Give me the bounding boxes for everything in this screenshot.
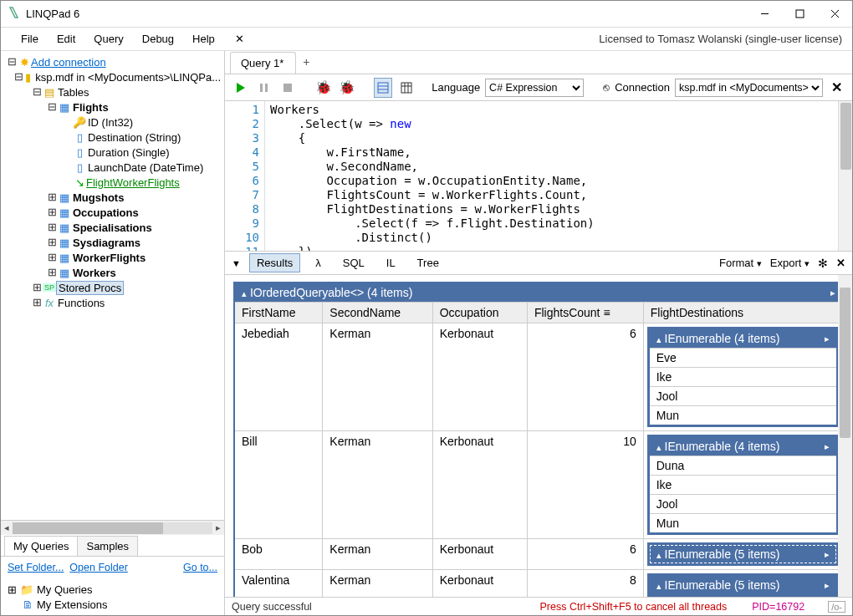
- svg-rect-1: [796, 10, 804, 18]
- connections-tree[interactable]: ⊟✸ Add connection ⊟▮ksp.mdf in <MyDocume…: [1, 51, 224, 520]
- workerflights-node[interactable]: WorkerFlights: [71, 252, 146, 264]
- editor-scrollbar[interactable]: [838, 101, 852, 251]
- results-table-icon[interactable]: [397, 78, 416, 98]
- link-icon: ↘: [73, 176, 86, 189]
- status-pid: PID=16792: [752, 601, 804, 613]
- set-folder-link[interactable]: Set Folder...: [8, 562, 64, 573]
- table-row: ValentinaKermanKerbonaut8▴ IEnumerable (…: [234, 570, 843, 598]
- statusbar: Query successful Press Ctrl+Shift+F5 to …: [225, 597, 852, 615]
- plug-icon: ⎋: [603, 81, 610, 94]
- menubar: File Edit Query Debug Help ✕ Licensed to…: [1, 28, 852, 51]
- key-icon: 🔑: [73, 116, 86, 129]
- col-flightscount[interactable]: FlightsCount ≡: [527, 303, 643, 323]
- col-destination[interactable]: Destination (String): [86, 131, 181, 144]
- occupations-node[interactable]: Occupations: [71, 206, 139, 219]
- close-button[interactable]: [817, 1, 852, 27]
- results-scrollbar[interactable]: [838, 275, 852, 597]
- menu-edit[interactable]: Edit: [49, 29, 84, 48]
- code-editor[interactable]: 123456 7891011 Workers .Select(w => new …: [225, 101, 852, 252]
- query-tabs: Query 1* +: [225, 51, 852, 74]
- table-icon: ▦: [58, 191, 71, 204]
- sysdiagrams-node[interactable]: Sysdiagrams: [71, 237, 140, 249]
- refresh-icon[interactable]: ✻: [818, 257, 828, 270]
- results-collapse-icon[interactable]: ▼: [232, 258, 241, 268]
- tree-horizontal-scrollbar[interactable]: ◂ ▸: [1, 520, 224, 535]
- open-folder-link[interactable]: Open Folder: [69, 562, 127, 573]
- app-title: LINQPad 6: [26, 8, 79, 20]
- col-icon: ▯: [73, 146, 86, 159]
- results-tab-sql[interactable]: SQL: [336, 254, 371, 272]
- tables-node[interactable]: Tables: [56, 86, 89, 99]
- table-row: BillKermanKerbonaut10▴ IEnumerable (4 it…: [234, 431, 843, 539]
- language-label: Language: [432, 81, 480, 94]
- panel-close-icon[interactable]: ✕: [828, 79, 845, 95]
- results-tab-lambda[interactable]: λ: [309, 254, 328, 272]
- col-occupation[interactable]: Occupation: [432, 303, 527, 323]
- svg-rect-6: [265, 84, 268, 92]
- svg-rect-8: [378, 83, 388, 93]
- bug-blue-icon[interactable]: 🐞: [338, 78, 356, 98]
- table-row: JebediahKermanKerbonaut6▴ IEnumerable (4…: [234, 323, 843, 431]
- menu-query[interactable]: Query: [85, 29, 131, 48]
- folder-icon: 📁: [20, 583, 33, 596]
- language-select[interactable]: C# Expression: [485, 79, 584, 97]
- table-icon: ▦: [58, 237, 71, 249]
- maximize-button[interactable]: [782, 1, 817, 27]
- table-icon: ▦: [58, 267, 71, 279]
- query-tab-1[interactable]: Query 1*: [230, 52, 296, 74]
- results-toolbar: ▼ Results λ SQL IL Tree Format ▾ Export …: [225, 252, 852, 275]
- goto-link[interactable]: Go to...: [183, 562, 217, 573]
- editor-gutter: 123456 7891011: [225, 101, 265, 251]
- col-id[interactable]: ID (Int32): [86, 116, 133, 129]
- sun-icon: ✸: [18, 56, 31, 69]
- tab-my-queries[interactable]: My Queries: [4, 536, 78, 556]
- fwf-link[interactable]: FlightWorkerFlights: [86, 176, 180, 189]
- results-tab-tree[interactable]: Tree: [411, 254, 446, 272]
- table-icon: ▦: [58, 206, 71, 219]
- db-node[interactable]: ksp.mdf in <MyDocuments>\LINQPa...: [33, 71, 221, 84]
- chevron-right-icon[interactable]: ▸: [830, 288, 835, 298]
- col-launchdate[interactable]: LaunchDate (DateTime): [86, 161, 203, 174]
- col-secondname[interactable]: SecondName: [323, 303, 432, 323]
- svg-marker-4: [237, 83, 245, 93]
- col-firstname[interactable]: FirstName: [234, 303, 323, 323]
- pause-button[interactable]: [255, 78, 273, 98]
- minimize-button[interactable]: [747, 1, 782, 27]
- workers-node[interactable]: Workers: [71, 267, 116, 279]
- my-extensions-item[interactable]: My Extensions: [37, 598, 108, 611]
- results-table: ▴ IOrderedQueryable<> (4 items) ▸ FirstN…: [233, 282, 844, 597]
- results-tab-il[interactable]: IL: [380, 254, 402, 272]
- run-button[interactable]: [232, 78, 250, 98]
- flights-node[interactable]: Flights: [71, 101, 109, 114]
- file-icon: 🗎: [23, 598, 33, 611]
- status-message: Query successful: [232, 601, 312, 613]
- export-dropdown[interactable]: Export ▾: [770, 257, 810, 269]
- connection-select[interactable]: ksp.mdf in <MyDocuments>: [675, 79, 823, 97]
- my-queries-folder[interactable]: My Queries: [37, 583, 92, 596]
- menu-file[interactable]: File: [13, 29, 47, 48]
- add-query-tab[interactable]: +: [296, 51, 316, 74]
- menu-close-icon[interactable]: ✕: [228, 29, 251, 48]
- specialisations-node[interactable]: Specialisations: [71, 221, 152, 234]
- results-tab-results[interactable]: Results: [249, 253, 300, 272]
- col-duration[interactable]: Duration (Single): [86, 146, 170, 159]
- menu-debug[interactable]: Debug: [134, 29, 182, 48]
- menu-help[interactable]: Help: [184, 29, 223, 48]
- results-close-icon[interactable]: ✕: [836, 257, 845, 269]
- col-flightdestinations[interactable]: FlightDestinations: [643, 303, 843, 323]
- results-panel[interactable]: ▴ IOrderedQueryable<> (4 items) ▸ FirstN…: [225, 275, 852, 597]
- functions-node[interactable]: Functions: [56, 297, 105, 309]
- bug-red-icon[interactable]: 🐞: [314, 78, 333, 98]
- table-icon: ▦: [58, 252, 71, 264]
- status-cancel-hint: Press Ctrl+Shift+F5 to cancel all thread…: [540, 601, 728, 613]
- query-toolbar: 🐞 🐞 Language C# Expression ⎋ Connection …: [225, 74, 852, 101]
- resize-grip[interactable]: /o-: [828, 601, 845, 613]
- stop-button[interactable]: [278, 78, 297, 98]
- add-connection-link[interactable]: Add connection: [31, 56, 106, 69]
- results-grid-icon[interactable]: [374, 78, 392, 98]
- svg-rect-5: [260, 84, 263, 92]
- tab-samples[interactable]: Samples: [77, 536, 138, 556]
- format-dropdown[interactable]: Format ▾: [719, 257, 762, 269]
- mugshots-node[interactable]: Mugshots: [71, 191, 124, 204]
- stored-procs-node[interactable]: Stored Procs: [56, 281, 124, 295]
